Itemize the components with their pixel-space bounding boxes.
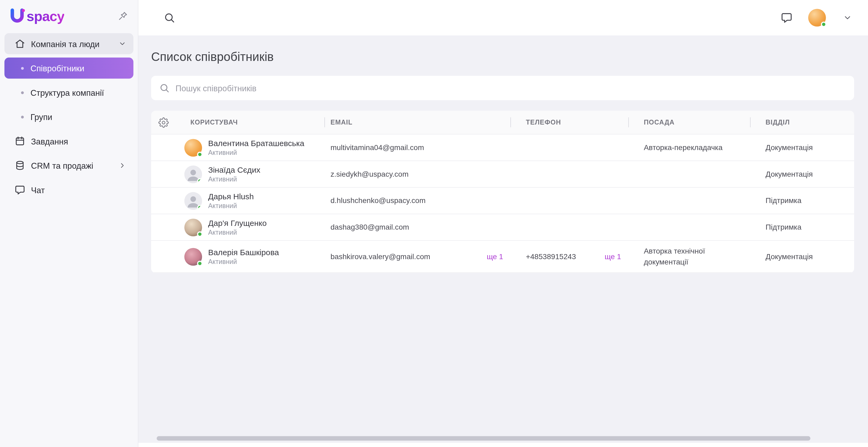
uspacy-logo[interactable]: spacy (9, 8, 64, 24)
employee-name[interactable]: Дарья Hlush (208, 192, 254, 202)
table-row[interactable]: Зінаїда Сєдих Активний z.siedykh@uspacy.… (151, 161, 854, 188)
online-status-dot (821, 22, 827, 27)
table-row[interactable]: Валерія Башкірова Активний bashkirova.va… (151, 241, 854, 273)
logo-text: spacy (27, 8, 64, 24)
sidebar-item-company-structure[interactable]: Структура компанії (4, 82, 133, 103)
table-row[interactable]: Дарья Hlush Активний d.hlushchenko@uspac… (151, 188, 854, 214)
sidebar-item-crm[interactable]: CRM та продажі (4, 155, 133, 176)
chevron-down-icon (118, 39, 127, 48)
bullet-icon (21, 67, 24, 69)
home-icon (14, 38, 26, 50)
employee-email: bashkirova.valery@gmail.com (331, 253, 430, 261)
messenger-icon[interactable] (779, 11, 794, 25)
sidebar-item-employees[interactable]: Співробітники (4, 58, 133, 78)
employee-email: d.hlushchenko@uspacy.com (331, 197, 426, 205)
topbar-right (779, 9, 855, 27)
table-header: КОРИСТУВАЧ EMAIL ТЕЛЕФОН ПОСАДА ВІДДІЛ (151, 111, 854, 134)
sidebar-item-label: Завдання (31, 136, 68, 146)
column-header-email[interactable]: EMAIL (324, 111, 510, 134)
search-icon (159, 83, 170, 94)
page-title: Список співробітників (151, 50, 854, 64)
app-window: spacy Компанія та люди (0, 0, 868, 447)
sidebar-item-label: Структура компанії (30, 88, 104, 97)
uspacy-u-icon (9, 8, 25, 24)
sidebar-item-company-people[interactable]: Компанія та люди (4, 33, 133, 54)
sidebar-item-label: Компанія та люди (31, 39, 99, 49)
online-status-dot (197, 204, 202, 210)
online-status-dot (197, 260, 203, 266)
employee-status: Активний (208, 175, 260, 183)
employee-status: Активний (208, 258, 279, 266)
column-header-user[interactable]: КОРИСТУВАЧ (184, 111, 324, 134)
column-header-phone[interactable]: ТЕЛЕФОН (510, 111, 628, 134)
sidebar-item-label: Групи (30, 112, 52, 121)
bullet-icon (21, 116, 24, 118)
more-phones-link[interactable]: ще 1 (604, 253, 621, 261)
table-settings-gear-icon[interactable] (151, 117, 184, 128)
online-status-dot (197, 231, 203, 237)
employee-position: Авторка-перекладачка (628, 142, 750, 153)
employee-email: dashag380@gmail.com (331, 223, 409, 231)
employee-email: z.siedykh@uspacy.com (331, 170, 408, 178)
employee-department: Підтримка (750, 197, 854, 205)
sidebar: spacy Компанія та люди (0, 0, 138, 447)
sidebar-item-chat[interactable]: Чат (4, 179, 133, 200)
employee-avatar (184, 248, 202, 265)
employee-email: multivitamina04@gmail.com (331, 143, 424, 152)
tasks-icon (14, 136, 26, 147)
online-status-dot (197, 178, 202, 183)
sidebar-nav: Компанія та люди Співробітники Структура… (0, 30, 138, 207)
more-emails-link[interactable]: ще 1 (487, 253, 503, 261)
employee-name[interactable]: Валерія Башкірова (208, 248, 279, 258)
employee-position: Авторка технічної документації (628, 246, 750, 267)
table-row[interactable]: Валентина Браташевська Активний multivit… (151, 135, 854, 161)
crm-database-icon (14, 160, 26, 171)
search-input[interactable] (175, 83, 846, 93)
topbar (138, 0, 868, 35)
sidebar-item-tasks[interactable]: Завдання (4, 131, 133, 152)
employee-status: Активний (208, 229, 267, 236)
profile-chevron-down-icon[interactable] (840, 11, 855, 25)
employee-name[interactable]: Валентина Браташевська (208, 138, 304, 149)
main-area: Список співробітників (138, 0, 868, 447)
employee-name[interactable]: Зінаїда Сєдих (208, 165, 260, 175)
user-avatar[interactable] (808, 9, 826, 27)
sidebar-item-label: CRM та продажі (31, 161, 93, 170)
employee-avatar (184, 192, 202, 210)
employee-status: Активний (208, 149, 304, 157)
horizontal-scrollbar[interactable] (157, 436, 810, 441)
chevron-right-icon (118, 161, 127, 170)
pin-icon[interactable] (117, 10, 129, 22)
bottom-strip (138, 443, 868, 447)
table-row[interactable]: Дар'я Глущенко Активний dashag380@gmail.… (151, 214, 854, 241)
sidebar-item-label: Співробітники (30, 63, 84, 73)
column-header-department[interactable]: ВІДДІЛ (750, 111, 854, 134)
employee-department: Документація (750, 253, 854, 261)
chat-icon (14, 184, 26, 196)
employee-department: Документація (750, 143, 854, 152)
employee-avatar (184, 165, 202, 183)
bullet-icon (21, 91, 24, 94)
employee-phone: +48538915243 (526, 253, 576, 261)
employee-status: Активний (208, 202, 254, 210)
online-status-dot (197, 151, 203, 157)
sidebar-item-label: Чат (31, 185, 45, 194)
column-header-position[interactable]: ПОСАДА (628, 111, 750, 134)
employee-department: Документація (750, 170, 854, 178)
sidebar-item-groups[interactable]: Групи (4, 106, 133, 127)
employee-avatar (184, 139, 202, 156)
sidebar-header: spacy (0, 0, 138, 30)
employees-table: КОРИСТУВАЧ EMAIL ТЕЛЕФОН ПОСАДА ВІДДІЛ В… (151, 111, 854, 273)
content: Список співробітників (138, 35, 868, 447)
employee-search (151, 76, 854, 100)
employee-avatar (184, 218, 202, 236)
employee-name[interactable]: Дар'я Глущенко (208, 218, 267, 228)
employee-department: Підтримка (750, 223, 854, 231)
global-search-icon[interactable] (162, 11, 177, 25)
